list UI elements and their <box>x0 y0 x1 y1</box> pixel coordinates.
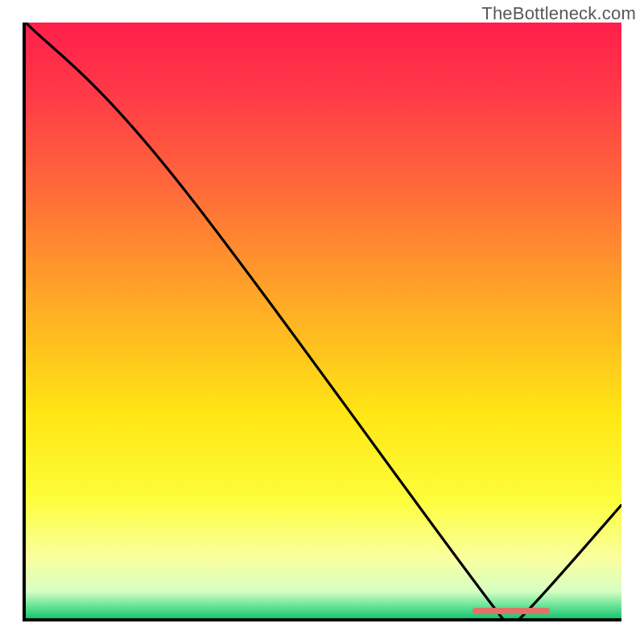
bottleneck-curve <box>26 23 621 618</box>
watermark-text: TheBottleneck.com <box>481 3 636 24</box>
chart-container: TheBottleneck.com <box>0 0 644 644</box>
plot-axes <box>23 23 621 621</box>
plot-area <box>26 23 621 618</box>
highlight-pill <box>473 608 550 614</box>
